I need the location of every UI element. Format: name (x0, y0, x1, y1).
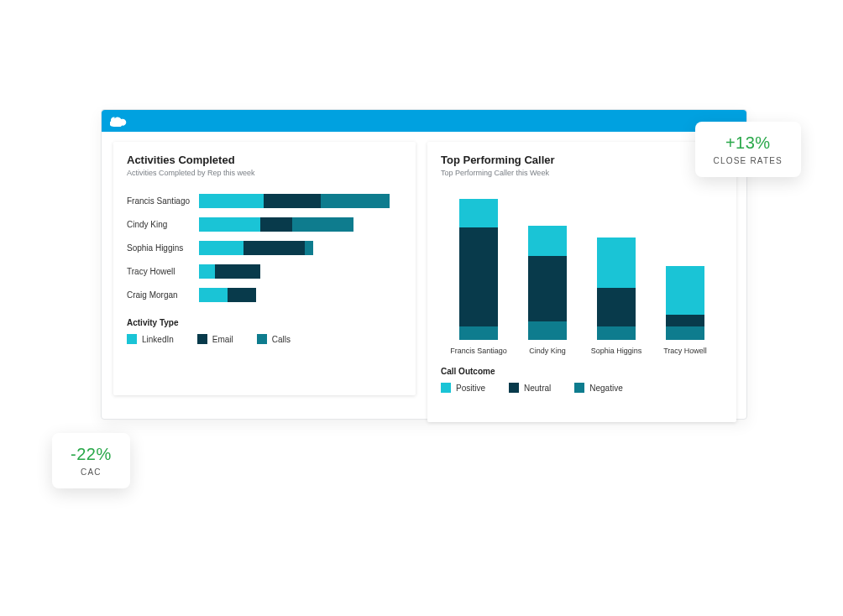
chart-column (459, 199, 498, 340)
salesforce-cloud-icon (110, 115, 127, 127)
callers-legend-title: Call Outcome (441, 367, 723, 376)
activities-title: Activities Completed (127, 154, 402, 166)
legend-label: Neutral (524, 384, 551, 393)
activities-legend-title: Activity Type (127, 318, 402, 327)
chart-segment (199, 217, 260, 232)
callers-chart (441, 189, 723, 340)
chart-segment (199, 288, 228, 302)
chart-segment (459, 199, 498, 227)
callers-subtitle: Top Performing Caller this Week (441, 169, 723, 177)
swatch-icon (257, 334, 267, 344)
chart-column-label: Cindy King (518, 347, 577, 355)
metric-badge-close-rates: +13% CLOSE RATES (695, 122, 801, 177)
legend-item: LinkedIn (127, 334, 174, 344)
legend-label: Email (212, 335, 233, 344)
legend-label: LinkedIn (142, 335, 174, 344)
chart-column (528, 226, 567, 340)
chart-column (597, 238, 636, 340)
chart-segment (666, 315, 704, 326)
swatch-icon (441, 383, 451, 393)
chart-row-label: Francis Santiago (127, 196, 199, 206)
swatch-icon (197, 334, 207, 344)
chart-segment (199, 241, 243, 255)
chart-row: Tracy Howell (127, 259, 402, 283)
callers-card: Top Performing Caller Top Performing Cal… (427, 142, 736, 422)
chart-bar (199, 264, 402, 279)
swatch-icon (127, 334, 137, 344)
chart-row: Cindy King (127, 212, 402, 236)
legend-item: Neutral (509, 383, 551, 393)
chart-row-label: Craig Morgan (127, 290, 199, 300)
chart-segment (528, 321, 567, 340)
chart-segment (459, 227, 498, 326)
chart-row-label: Sophia Higgins (127, 243, 199, 253)
chart-row: Craig Morgan (127, 283, 402, 306)
metric-label: CLOSE RATES (714, 156, 783, 165)
swatch-icon (574, 383, 584, 393)
legend-label: Negative (589, 384, 622, 393)
titlebar (102, 110, 746, 132)
chart-column-label: Francis Santiago (449, 347, 508, 355)
chart-bar (528, 226, 567, 340)
legend-item: Positive (441, 383, 485, 393)
chart-row: Francis Santiago (127, 189, 402, 212)
chart-segment (260, 217, 293, 232)
chart-bar (459, 199, 498, 340)
chart-segment (243, 241, 305, 255)
chart-segment (597, 238, 636, 288)
chart-bar (597, 238, 636, 340)
chart-segment (597, 288, 636, 326)
callers-legend: Positive Neutral Negative (441, 383, 723, 393)
chart-segment (292, 217, 353, 232)
activities-subtitle: Activities Completed by Rep this week (127, 169, 402, 177)
chart-segment (528, 256, 567, 321)
chart-row: Sophia Higgins (127, 236, 402, 259)
chart-column-label: Sophia Higgins (587, 347, 646, 355)
chart-segment (228, 288, 256, 302)
callers-chart-labels: Francis SantiagoCindy KingSophia Higgins… (441, 347, 723, 355)
chart-segment (459, 326, 498, 340)
app-window: Activities Completed Activities Complete… (101, 109, 747, 420)
activities-card: Activities Completed Activities Complete… (113, 142, 416, 395)
chart-row-label: Tracy Howell (127, 267, 199, 276)
chart-segment (597, 326, 636, 340)
chart-segment (264, 194, 321, 208)
legend-item: Email (197, 334, 233, 344)
chart-segment (199, 264, 215, 279)
metric-value: -22% (71, 445, 112, 464)
chart-bar (199, 217, 402, 232)
chart-bar (666, 266, 704, 340)
legend-item: Negative (574, 383, 622, 393)
metric-badge-cac: -22% CAC (52, 433, 130, 488)
callers-title: Top Performing Caller (441, 154, 723, 166)
chart-segment (199, 194, 264, 208)
activities-legend: LinkedIn Email Calls (127, 334, 402, 344)
swatch-icon (509, 383, 519, 393)
chart-segment (321, 194, 390, 208)
metric-label: CAC (71, 467, 112, 477)
legend-label: Calls (272, 335, 291, 344)
chart-bar (199, 194, 402, 208)
legend-label: Positive (456, 384, 485, 393)
chart-segment (666, 266, 704, 315)
chart-segment (666, 326, 704, 340)
chart-column (666, 266, 704, 340)
activities-chart: Francis SantiagoCindy KingSophia Higgins… (127, 189, 402, 306)
metric-value: +13% (714, 133, 783, 153)
chart-segment (215, 264, 259, 279)
chart-segment (528, 226, 567, 256)
chart-column-label: Tracy Howell (656, 347, 715, 355)
legend-item: Calls (257, 334, 291, 344)
chart-bar (199, 288, 402, 302)
chart-segment (305, 241, 313, 255)
chart-bar (199, 241, 402, 255)
chart-row-label: Cindy King (127, 220, 199, 229)
